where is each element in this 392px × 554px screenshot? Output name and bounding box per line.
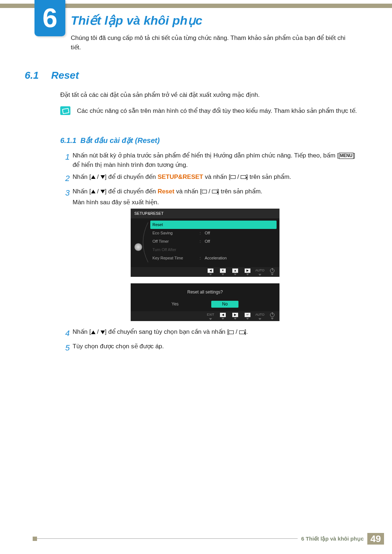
rect-icon <box>229 331 234 334</box>
note-icon <box>60 106 70 115</box>
steps-after: 4 Nhấn [ / ] để chuyển sang tùy chọn bạn… <box>60 325 359 354</box>
chapter-intro: Chúng tôi đã cung cấp mô tả chi tiết của… <box>71 33 356 53</box>
osd-menu-list: Reset Eco Saving:Off Off Timer:Off Turn … <box>134 221 277 264</box>
footer-chapter: 6 Thiết lập và khôi phục <box>301 534 364 543</box>
up-arrow-icon <box>91 331 95 334</box>
nav-up[interactable]: ▲ <box>230 268 240 275</box>
chapter-badge: 6 <box>34 0 65 36</box>
chapter-title: Thiết lập và khôi phục <box>71 11 202 30</box>
menu-key-icon: MENU <box>339 153 354 159</box>
power-icon <box>270 268 274 273</box>
footer-page-number: 49 <box>367 533 384 545</box>
step-text: Nhấn [ / ] để di chuyển đến Reset và nhấ… <box>73 187 359 208</box>
section-description: Đặt tất cả các cài đặt của sản phẩm trở … <box>60 90 359 100</box>
dialog-no[interactable]: No <box>211 301 238 308</box>
rect-icon <box>202 190 207 193</box>
step-number: 3 <box>60 187 70 208</box>
nav-right[interactable]: ▶ <box>230 313 240 320</box>
step-text: Tùy chọn được chọn sẽ được áp. <box>73 342 359 354</box>
down-arrow-icon <box>101 175 105 179</box>
rect-icon <box>230 175 236 179</box>
dialog-text: Reset all settings? <box>131 283 279 301</box>
up-arrow-icon <box>91 175 95 179</box>
footer-rule <box>33 538 298 545</box>
nav-power[interactable] <box>267 313 277 320</box>
subsection-number: 6.1.1 <box>60 136 76 144</box>
dialog-yes[interactable]: Yes <box>172 301 179 308</box>
nav-power[interactable] <box>267 268 277 275</box>
section-heading: 6.1 Reset <box>25 67 79 83</box>
step-4: 4 Nhấn [ / ] để chuyển sang tùy chọn bạn… <box>60 327 359 340</box>
step-text: Nhấn nút bất kỳ ở phía trước sản phẩm để… <box>73 151 359 170</box>
step-3: 3 Nhấn [ / ] để di chuyển đến Reset và n… <box>60 187 359 208</box>
up-arrow-icon <box>91 190 95 193</box>
osd-header: SETUP&RESET <box>131 209 279 218</box>
step-number: 1 <box>60 151 70 170</box>
step-1: 1 Nhấn nút bất kỳ ở phía trước sản phẩm … <box>60 151 359 170</box>
osd-item-eco-saving[interactable]: Eco Saving:Off <box>150 229 277 237</box>
source-icon <box>212 190 217 193</box>
section-number: 6.1 <box>25 67 39 83</box>
osd-item-off-timer[interactable]: Off Timer:Off <box>150 237 277 246</box>
section-title: Reset <box>51 67 79 83</box>
chapter-number: 6 <box>34 0 65 36</box>
step-number: 5 <box>60 342 70 354</box>
step-number: 2 <box>60 172 70 185</box>
nav-auto[interactable]: AUTO <box>255 268 265 276</box>
osd-navbar: ◀ ▼ ▲ ▶ AUTO <box>131 267 279 277</box>
nav-exit[interactable]: EXIT <box>205 312 216 320</box>
reset-label: Reset <box>158 188 174 195</box>
osd-curve-decoration <box>136 221 151 264</box>
step-text: Nhấn [ / ] để chuyển sang tùy chọn bạn c… <box>73 327 359 340</box>
setup-reset-label: SETUP&RESET <box>158 173 203 180</box>
nav-auto[interactable]: AUTO <box>255 312 265 320</box>
page-footer: 6 Thiết lập và khôi phục 49 <box>0 533 392 545</box>
osd-item-turn-off-after: Turn Off After <box>150 246 277 254</box>
note-text: Các chức năng có sẵn trên màn hình có th… <box>77 106 357 116</box>
osd-navbar: EXIT ◀ ▶ ↵ AUTO <box>131 311 279 321</box>
nav-enter[interactable]: ↵ <box>242 313 253 320</box>
step-5: 5 Tùy chọn được chọn sẽ được áp. <box>60 342 359 354</box>
step-number: 4 <box>60 327 70 340</box>
subsection-title: Bắt đầu cài đặt (Reset) <box>81 136 160 144</box>
osd-body: Reset Eco Saving:Off Off Timer:Off Turn … <box>131 218 279 267</box>
osd-menu-panel: SETUP&RESET Reset Eco Saving:Off Off Tim… <box>131 209 279 277</box>
subsection-heading: 6.1.1 Bắt đầu cài đặt (Reset) <box>60 135 359 146</box>
nav-enter[interactable]: ▶ <box>242 268 253 275</box>
step-text: Nhấn [ / ] để di chuyển đến SETUP&RESET … <box>73 172 359 185</box>
down-arrow-icon <box>101 190 105 193</box>
gear-icon <box>134 243 142 251</box>
step-2: 2 Nhấn [ / ] để di chuyển đến SETUP&RESE… <box>60 172 359 185</box>
down-arrow-icon <box>101 331 105 334</box>
dialog-choices: Yes No <box>131 301 279 311</box>
power-icon <box>270 313 274 317</box>
osd-item-reset[interactable]: Reset <box>150 221 277 229</box>
nav-left[interactable]: ◀ <box>218 313 228 320</box>
source-icon <box>241 175 246 179</box>
note-row: Các chức năng có sẵn trên màn hình có th… <box>60 106 359 116</box>
section-body: Đặt tất cả các cài đặt của sản phẩm trở … <box>60 90 359 116</box>
source-icon <box>239 331 245 334</box>
osd-confirm-dialog: Reset all settings? Yes No EXIT ◀ ▶ ↵ AU… <box>131 283 279 321</box>
nav-down[interactable]: ▼ <box>218 268 228 275</box>
osd-item-key-repeat[interactable]: Key Repeat Time:Acceleration <box>150 254 277 262</box>
osd-screenshots: SETUP&RESET Reset Eco Saving:Off Off Tim… <box>131 209 279 321</box>
nav-back[interactable]: ◀ <box>205 268 216 275</box>
steps-list: 1 Nhấn nút bất kỳ ở phía trước sản phẩm … <box>60 149 359 207</box>
